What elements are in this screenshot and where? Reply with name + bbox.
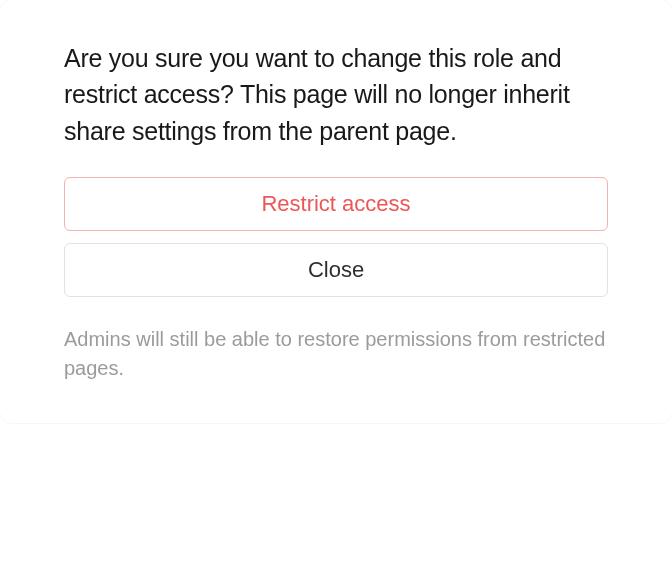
footer-note: Admins will still be able to restore per… — [64, 325, 608, 383]
dialog-message: Are you sure you want to change this rol… — [64, 40, 608, 149]
button-group: Restrict access Close — [64, 177, 608, 297]
confirm-dialog: Are you sure you want to change this rol… — [0, 0, 672, 423]
restrict-access-button[interactable]: Restrict access — [64, 177, 608, 231]
close-button[interactable]: Close — [64, 243, 608, 297]
